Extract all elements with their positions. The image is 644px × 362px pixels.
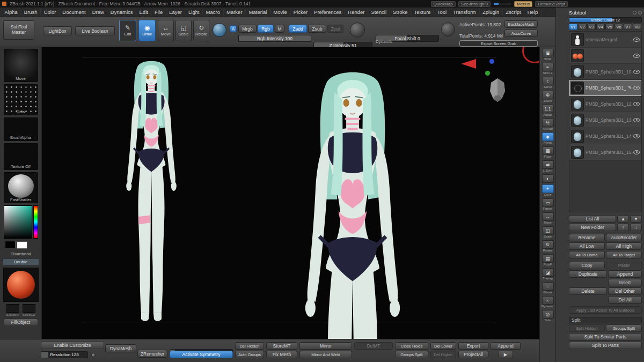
apply-last-action-button[interactable]: Apply Last Action To All Subtools — [569, 306, 642, 314]
hue-strip[interactable] — [33, 205, 38, 239]
variant-tab[interactable]: V8 — [633, 24, 641, 30]
subtool-panel-header[interactable]: Subtool — [569, 9, 642, 16]
select-lasso-button[interactable]: SelectLa — [22, 304, 36, 316]
subtool-row[interactable]: PM3D_Sphere3D1_14 ✎ — [569, 128, 641, 144]
split-hidden-button[interactable]: Split Hidden — [569, 324, 605, 332]
subtool-thumbnail[interactable] — [571, 49, 584, 62]
current-stroke-thumbnail[interactable]: Dots — [4, 84, 38, 115]
subtool-thumbnail[interactable] — [571, 65, 584, 78]
menu-item[interactable]: Texture — [411, 9, 434, 15]
shelf-icon-button[interactable]: ↕ Scroll — [542, 77, 554, 89]
menu-item[interactable]: Marker — [224, 9, 246, 15]
zcut-button[interactable]: Zcut — [327, 25, 343, 33]
close-holes-button[interactable]: Close Holes — [395, 342, 428, 350]
variant-tab[interactable]: V5 — [605, 24, 614, 30]
subtool-thumbnail[interactable] — [571, 130, 584, 143]
resolution-dot-button[interactable] — [91, 353, 96, 357]
camera-axis-x-icon[interactable] — [461, 59, 476, 69]
append-bottom-button[interactable]: Append — [491, 342, 521, 350]
fill-object-button[interactable]: FillObject — [4, 319, 38, 326]
resolution-slider[interactable]: Resolution 128 — [41, 351, 88, 358]
shelf-icon-button[interactable]: ▣ BPR — [542, 49, 554, 61]
menu-item[interactable]: Transform — [450, 9, 480, 15]
move-up-button[interactable]: ↑ — [617, 224, 629, 231]
del-other-button[interactable]: Del Other — [608, 287, 642, 295]
eye-icon[interactable] — [633, 118, 640, 122]
brush-sphere-icon[interactable] — [213, 23, 226, 37]
subtool-row[interactable]: PM3D_Sphere3D1_11 ✎ — [569, 80, 641, 96]
current-texture-thumbnail[interactable]: Texture Off — [4, 143, 38, 170]
subtool-thumbnail[interactable] — [571, 146, 584, 159]
eye-icon[interactable] — [633, 38, 640, 42]
color-swatches[interactable] — [4, 241, 38, 249]
menu-item[interactable]: Picker — [290, 9, 311, 15]
split-to-similar-parts-button[interactable]: Split To Similar Parts — [569, 333, 642, 341]
shelf-icon-button[interactable]: ▦ Floor — [542, 146, 554, 159]
all-high-button[interactable]: All High — [606, 242, 642, 250]
menu-item[interactable]: Help — [524, 9, 541, 15]
del-hidden-button[interactable]: Del Hidden — [235, 342, 264, 350]
see-through-slider[interactable] — [493, 2, 511, 5]
menu-item[interactable]: Brush — [21, 9, 41, 15]
mrgb-button[interactable]: Mrgb — [238, 25, 257, 33]
shelf-icon-button[interactable]: + Qxyz — [542, 184, 554, 197]
menu-item[interactable]: Document — [60, 9, 89, 15]
backface-mask-button[interactable]: BackfaceMask — [504, 20, 538, 28]
subtool-thumbnail[interactable] — [571, 33, 584, 46]
mirror-and-weld-button[interactable]: Mirror And Weld — [299, 351, 352, 358]
copy-button[interactable]: Copy — [569, 262, 605, 269]
menu-item[interactable]: Color — [41, 9, 60, 15]
current-brush-thumbnail[interactable]: Move — [4, 49, 38, 82]
zsub-button[interactable]: Zsub — [308, 25, 326, 33]
export-button[interactable]: Export — [458, 342, 488, 350]
menu-item[interactable]: Zplugin — [480, 9, 503, 15]
variant-tab[interactable]: V6 — [614, 24, 623, 30]
del-all-button[interactable]: Del All — [608, 296, 642, 304]
split-to-parts-button[interactable]: Split To Parts — [569, 342, 642, 349]
eye-icon[interactable] — [633, 134, 640, 138]
eye-icon[interactable] — [633, 86, 640, 90]
play-button[interactable]: ▶ — [498, 351, 513, 358]
camera-axis-z-icon[interactable] — [489, 59, 494, 64]
shelf-icon-button[interactable]: ≡ SPix 3 — [542, 63, 554, 75]
scale-button[interactable]: Scale — [175, 20, 192, 41]
rename-button[interactable]: Rename — [569, 234, 605, 241]
rgb-intensity-slider[interactable]: Rgb Intensity 100 — [238, 35, 311, 42]
project-all-button[interactable]: ProjectAll — [458, 351, 488, 358]
activate-symmetry-button[interactable]: Activate Symmetry — [170, 351, 233, 358]
shelf-icon-button[interactable]: 1:1 Actual — [542, 105, 554, 117]
split-section-header[interactable]: Split — [569, 317, 642, 323]
variant-tab[interactable]: V4 — [596, 24, 605, 30]
menu-item[interactable]: Render — [345, 9, 368, 15]
menu-item[interactable]: Zscript — [503, 9, 525, 15]
quickmap-button[interactable]: QuickMap — [431, 1, 456, 7]
del-lower-button[interactable]: Del Lower — [430, 342, 456, 350]
panel-pin-icon[interactable] — [633, 11, 636, 14]
subtool-row[interactable]: ✎ — [569, 48, 641, 64]
saturation-square[interactable] — [4, 205, 32, 239]
camview-head-icon[interactable] — [487, 77, 508, 103]
lightbox-button[interactable]: LightBox — [43, 26, 72, 35]
rotate-button[interactable]: Rotate — [193, 20, 209, 41]
menu-item[interactable]: Light — [185, 9, 203, 15]
menu-item[interactable]: Alpha — [2, 9, 21, 15]
menu-item[interactable]: Layer — [166, 9, 186, 15]
subtool-thumbnail[interactable] — [571, 82, 584, 94]
eye-icon[interactable] — [633, 70, 640, 74]
all-to-target-button[interactable]: All To Target — [606, 251, 642, 258]
draw-button[interactable]: Draw — [138, 20, 156, 41]
paste-button[interactable]: Paste — [606, 262, 642, 269]
shelf-icon-button[interactable]: ▭ Frame — [542, 198, 554, 211]
dynamic-mode-icon[interactable] — [441, 23, 455, 36]
menu-item[interactable]: Draw — [89, 9, 107, 15]
store-mt-button[interactable]: StoreMT — [266, 342, 297, 350]
groups-split-bottom-button[interactable]: Groups Split — [395, 351, 428, 358]
current-material-thumbnail[interactable]: FastShader — [4, 172, 38, 203]
delete-button[interactable]: Delete — [569, 287, 607, 295]
variant-tab[interactable]: V3 — [587, 24, 596, 30]
all-to-home-button[interactable]: All To Home — [569, 251, 605, 258]
zadd-button[interactable]: Zadd — [289, 25, 307, 33]
shelf-icon-button[interactable]: ◈ Persp — [542, 132, 554, 145]
list-all-button[interactable]: List All — [569, 215, 616, 223]
current-tool-thumbnail[interactable] — [3, 268, 39, 302]
